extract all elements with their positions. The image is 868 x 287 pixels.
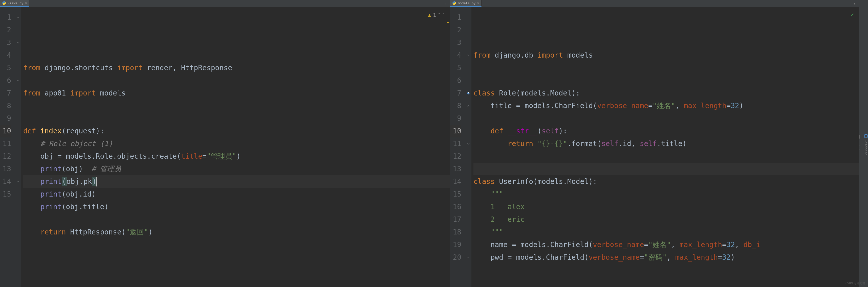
- line-number: 9: [0, 112, 11, 125]
- fold-toggle-icon[interactable]: [15, 74, 21, 87]
- code-line[interactable]: class UserInfo(models.Model):: [473, 175, 859, 188]
- fold-toggle-icon[interactable]: [15, 11, 21, 24]
- tab-actions-right: ⋮: [852, 0, 859, 7]
- line-number: 20: [450, 251, 461, 264]
- editor-right[interactable]: 1234567891011121314151617181920 ✓ from d…: [450, 7, 859, 287]
- warning-stripe[interactable]: [447, 22, 449, 23]
- line-number: 15: [0, 188, 11, 201]
- line-gutter-left: 123456789101112131415: [0, 7, 15, 287]
- fold-empty: [465, 226, 471, 239]
- line-number: 12: [450, 150, 461, 163]
- code-line[interactable]: def index(request):: [23, 125, 450, 137]
- code-line[interactable]: print(obj.title): [23, 201, 450, 213]
- line-number: 16: [450, 201, 461, 213]
- line-number: 8: [450, 100, 461, 112]
- close-icon[interactable]: ×: [25, 1, 27, 5]
- code-line[interactable]: """: [473, 188, 859, 201]
- line-number: 15: [450, 188, 461, 201]
- code-line[interactable]: print(obj.id): [23, 188, 450, 201]
- close-icon[interactable]: ×: [477, 1, 479, 5]
- code-area-right[interactable]: ✓ from django.db import modelsclass Role…: [471, 7, 859, 287]
- fold-toggle-icon[interactable]: [465, 137, 471, 150]
- left-editor-panel: views.py × ⋮ 123456789101112131415 ▲ 1 ˄…: [0, 0, 450, 287]
- code-line[interactable]: obj = models.Role.objects.create(title="…: [23, 150, 450, 163]
- fold-empty: [465, 62, 471, 74]
- line-number: 13: [450, 163, 461, 175]
- code-line[interactable]: [473, 62, 859, 74]
- line-number: 11: [0, 137, 11, 150]
- fold-toggle-icon[interactable]: [465, 251, 471, 264]
- fold-gutter-right: [465, 7, 471, 287]
- python-file-icon: [452, 1, 456, 5]
- fold-toggle-icon[interactable]: [465, 49, 471, 62]
- text-cursor: [96, 177, 97, 186]
- inspection-widget-right[interactable]: ✓: [850, 9, 854, 21]
- code-line[interactable]: [473, 112, 859, 125]
- code-line[interactable]: [473, 163, 859, 175]
- fold-empty: [15, 87, 21, 100]
- code-line[interactable]: # Role object (1): [23, 137, 450, 150]
- code-line[interactable]: name = models.CharField(verbose_name="姓名…: [473, 239, 859, 251]
- code-area-left[interactable]: ▲ 1 ˄ ˅ from django.shortcuts import ren…: [21, 7, 450, 287]
- code-line[interactable]: from app01 import models: [23, 87, 450, 100]
- fold-empty: [465, 11, 471, 24]
- line-number: 17: [450, 213, 461, 226]
- line-number: 3: [0, 36, 11, 49]
- code-line[interactable]: [23, 213, 450, 226]
- chevron-up-icon[interactable]: ˄: [438, 9, 440, 21]
- code-line[interactable]: from django.shortcuts import render, Htt…: [23, 62, 450, 74]
- code-line[interactable]: print(obj) # 管理员: [23, 163, 450, 175]
- fold-empty: [15, 112, 21, 125]
- code-line[interactable]: pwd = models.CharField(verbose_name="密码"…: [473, 251, 859, 264]
- fold-toggle-icon[interactable]: [15, 36, 21, 49]
- override-method-icon[interactable]: [465, 87, 471, 100]
- code-line[interactable]: return "{}-{}".format(self.id, self.titl…: [473, 137, 859, 150]
- code-line[interactable]: 2 eric: [473, 213, 859, 226]
- code-line[interactable]: [23, 239, 450, 251]
- code-line[interactable]: 1 alex: [473, 201, 859, 213]
- code-line[interactable]: [473, 150, 859, 163]
- tab-bar-right: models.py × ⋮: [450, 0, 859, 7]
- fold-empty: [15, 24, 21, 36]
- code-line[interactable]: from django.db import models: [473, 49, 859, 62]
- tab-views-py[interactable]: views.py ×: [0, 0, 29, 7]
- code-line[interactable]: [473, 276, 859, 287]
- fold-empty: [465, 239, 471, 251]
- fold-empty: [465, 150, 471, 163]
- code-line[interactable]: class Role(models.Model):: [473, 87, 859, 100]
- inspection-widget-left[interactable]: ▲ 1 ˄ ˅: [428, 9, 445, 21]
- more-icon[interactable]: ⋮: [443, 1, 447, 6]
- fold-empty: [15, 49, 21, 62]
- line-number: 11: [450, 137, 461, 150]
- tab-models-py[interactable]: models.py ×: [450, 0, 482, 7]
- fold-empty: [465, 163, 471, 175]
- line-number: 5: [0, 62, 11, 74]
- code-line[interactable]: [23, 100, 450, 112]
- chevron-down-icon[interactable]: ˅: [442, 9, 445, 21]
- database-tool-button[interactable]: Database: [864, 134, 868, 155]
- code-line[interactable]: [23, 74, 450, 87]
- warning-icon: ▲: [428, 9, 431, 21]
- rail-label: Database: [864, 139, 868, 155]
- code-line[interactable]: """: [473, 226, 859, 239]
- line-number: 2: [450, 24, 461, 36]
- tab-label: models.py: [458, 1, 475, 5]
- line-number: 18: [450, 226, 461, 239]
- editor-left[interactable]: 123456789101112131415 ▲ 1 ˄ ˅ from djang…: [0, 7, 450, 287]
- code-line[interactable]: print(obj.pk): [23, 175, 450, 188]
- code-line[interactable]: return HttpResponse("返回"): [23, 226, 450, 239]
- code-line[interactable]: title = models.CharField(verbose_name="姓…: [473, 100, 859, 112]
- code-line[interactable]: [473, 74, 859, 87]
- line-number: 10: [0, 125, 11, 137]
- fold-empty: [465, 112, 471, 125]
- fold-toggle-icon[interactable]: [15, 175, 21, 188]
- fold-empty: [465, 201, 471, 213]
- code-line[interactable]: [473, 264, 859, 276]
- line-number: 6: [0, 74, 11, 87]
- code-line[interactable]: [23, 112, 450, 125]
- more-icon[interactable]: ⋮: [852, 1, 856, 6]
- fold-toggle-icon[interactable]: [465, 100, 471, 112]
- fold-empty: [15, 188, 21, 201]
- tab-label: views.py: [8, 1, 24, 5]
- code-line[interactable]: def __str__(self):: [473, 125, 859, 137]
